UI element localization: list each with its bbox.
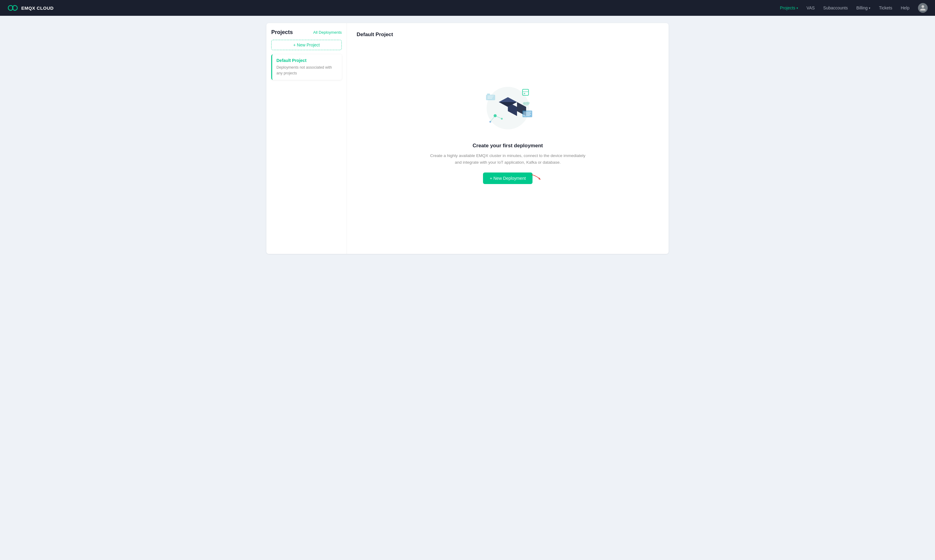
main-content: Default Project — [347, 23, 669, 254]
nav-billing[interactable]: Billing ▾ — [856, 5, 870, 10]
logo-text: EMQX CLOUD — [21, 5, 54, 11]
new-deployment-button[interactable]: + New Deployment — [483, 172, 533, 184]
svg-rect-19 — [522, 111, 532, 117]
navbar-left: EMQX CLOUD — [7, 5, 54, 11]
user-avatar-icon — [920, 5, 926, 11]
section-title: Default Project — [357, 32, 659, 38]
nav-projects[interactable]: Projects ▾ — [780, 5, 798, 10]
project-item-default[interactable]: Default Project Deployments not associat… — [271, 54, 342, 80]
page-container: Projects All Deployments + New Project D… — [258, 16, 677, 261]
main-card: Projects All Deployments + New Project D… — [266, 23, 669, 254]
avatar[interactable] — [918, 3, 928, 13]
new-project-button[interactable]: + New Project — [271, 40, 342, 50]
deployment-illustration — [478, 81, 538, 135]
svg-point-26 — [526, 102, 530, 104]
navbar-right: Projects ▾ VAS Subaccounts Billing ▾ Tic… — [780, 3, 928, 13]
sidebar-title: Projects — [271, 29, 293, 35]
sidebar: Projects All Deployments + New Project D… — [266, 23, 347, 254]
nav-subaccounts[interactable]: Subaccounts — [823, 5, 848, 10]
nav-tickets[interactable]: Tickets — [879, 5, 892, 10]
svg-point-25 — [523, 102, 526, 105]
svg-point-18 — [501, 118, 503, 120]
navbar: EMQX CLOUD Projects ▾ VAS Subaccounts Bi… — [0, 0, 935, 16]
empty-state: Create your first deployment Create a hi… — [357, 38, 659, 245]
projects-arrow-icon: ▾ — [796, 6, 798, 10]
nav-help[interactable]: Help — [901, 5, 909, 10]
sidebar-header: Projects All Deployments — [271, 29, 342, 35]
svg-rect-10 — [524, 93, 525, 94]
nav-vas[interactable]: VAS — [807, 5, 815, 10]
svg-rect-3 — [486, 95, 495, 100]
project-item-name: Default Project — [276, 58, 337, 63]
emqx-logo-icon — [7, 5, 18, 11]
all-deployments-link[interactable]: All Deployments — [313, 30, 342, 35]
new-deployment-wrapper: + New Deployment — [483, 172, 533, 184]
svg-rect-4 — [487, 94, 490, 95]
arrow-annotation-icon — [531, 174, 542, 180]
empty-state-description: Create a highly available EMQX cluster i… — [429, 152, 587, 166]
deployment-svg-illustration — [478, 81, 538, 135]
billing-arrow-icon: ▾ — [869, 6, 870, 10]
empty-state-title: Create your first deployment — [473, 143, 543, 149]
project-item-description: Deployments not associated with any proj… — [276, 65, 337, 76]
